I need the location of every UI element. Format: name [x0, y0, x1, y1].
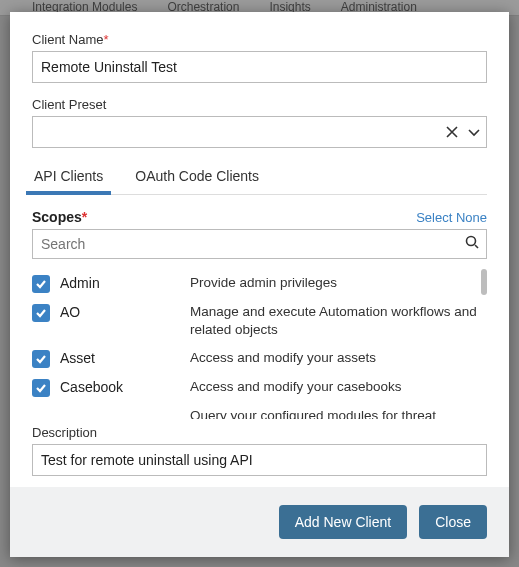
search-icon [465, 235, 479, 253]
scope-checkbox[interactable] [32, 304, 50, 322]
scope-desc: Provide admin privileges [190, 274, 487, 292]
scope-name [60, 407, 180, 408]
scope-name: AO [60, 303, 180, 320]
scope-desc: Access and modify your casebooks [190, 378, 487, 396]
add-client-modal: Client Name* Client Preset API Clients O… [10, 12, 509, 557]
client-preset-label: Client Preset [32, 97, 487, 112]
scope-desc: Manage and execute Automation workflows … [190, 303, 487, 339]
scope-name: Casebook [60, 378, 180, 395]
scope-checkbox[interactable] [32, 379, 50, 397]
client-type-tabs: API Clients OAuth Code Clients [32, 162, 487, 195]
tab-oauth-clients[interactable]: OAuth Code Clients [133, 162, 261, 194]
scope-row: Asset Access and modify your assets [32, 344, 487, 373]
scope-row: AO Manage and execute Automation workflo… [32, 298, 487, 344]
scope-row: Casebook Access and modify your casebook… [32, 373, 487, 402]
client-name-input[interactable] [32, 51, 487, 83]
scopes-search-input[interactable] [32, 229, 487, 259]
svg-point-0 [467, 237, 476, 246]
scope-checkbox[interactable] [32, 350, 50, 368]
tab-api-clients[interactable]: API Clients [32, 162, 105, 194]
scope-name: Admin [60, 274, 180, 291]
scope-desc: Access and modify your assets [190, 349, 487, 367]
scopes-list: Admin Provide admin privileges AO Manage… [32, 269, 487, 419]
scrollbar-thumb[interactable] [481, 269, 487, 295]
select-none-link[interactable]: Select None [416, 210, 487, 225]
client-preset-select[interactable] [32, 116, 487, 148]
scopes-heading: Scopes* [32, 209, 87, 225]
scope-checkbox[interactable] [32, 275, 50, 293]
description-input[interactable] [32, 444, 487, 476]
scope-row: Admin Provide admin privileges [32, 269, 487, 298]
scope-name: Asset [60, 349, 180, 366]
modal-footer: Add New Client Close [10, 487, 509, 557]
scope-desc: Query your configured modules for threat [190, 407, 487, 419]
add-new-client-button[interactable]: Add New Client [279, 505, 408, 539]
client-name-label: Client Name* [32, 32, 487, 47]
scope-row: Query your configured modules for threat [32, 402, 487, 419]
description-label: Description [32, 425, 487, 440]
close-button[interactable]: Close [419, 505, 487, 539]
